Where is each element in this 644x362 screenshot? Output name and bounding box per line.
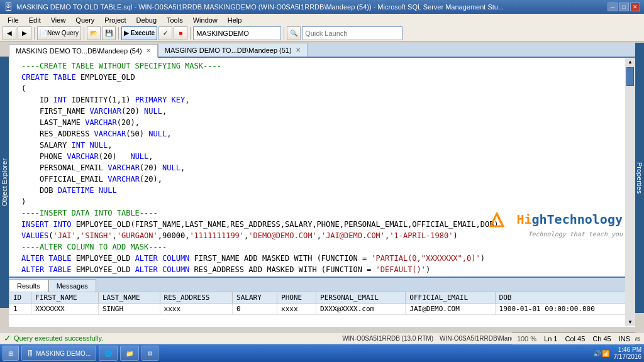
window-title: MASKING DEMO TO OLD TABLE.sql - WIN-O0SA… [16, 3, 608, 11]
new-query-icon: 📄 [40, 30, 47, 36]
search-button[interactable]: 🔍 [287, 26, 301, 40]
code-line-2: CREATE TABLE EMPLOYEE_OLD [13, 72, 631, 83]
cell-personal-email: DXXX@XXXX.com [316, 304, 406, 315]
logo-subtitle: Technology that teach you [487, 229, 623, 239]
title-bar: 🗄 MASKING DEMO TO OLD TABLE.sql - WIN-O0… [0, 0, 644, 14]
menu-edit[interactable]: Edit [24, 15, 46, 25]
gear-icon: ⚙ [147, 350, 153, 357]
toolbar-separator-3 [118, 27, 119, 40]
menu-file[interactable]: File [3, 15, 24, 25]
cell-salary: 0 [233, 304, 277, 315]
code-line-5: FIRST_NAME VARCHAR(20) NULL, [13, 106, 631, 117]
tab-label-1: MASKING DEMO TO...DB\Mandeep (54) [16, 47, 142, 55]
menu-window[interactable]: Window [188, 15, 223, 25]
menu-query[interactable]: Query [70, 15, 99, 25]
code-line-1: ----CREATE TABLE WITHOUT SPECIFYING MASK… [13, 60, 631, 72]
logo-hi: Hi [516, 212, 531, 227]
scroll-up-button[interactable]: ▲ [626, 58, 634, 66]
properties-panel[interactable]: Properties [635, 43, 644, 313]
result-tab-results[interactable]: Results [9, 279, 48, 292]
toolbar-separator-1 [34, 27, 35, 40]
scroll-thumb[interactable] [626, 67, 634, 86]
tab-close-2[interactable]: ✕ [296, 47, 301, 53]
menu-view[interactable]: View [46, 15, 71, 25]
menu-tools[interactable]: Tools [162, 15, 188, 25]
back-button[interactable]: ◀ [3, 26, 16, 40]
menu-project[interactable]: Project [99, 15, 131, 25]
app-icon: 🗄 [4, 2, 13, 12]
parse-button[interactable]: ✓ [158, 26, 172, 40]
maximize-button[interactable]: □ [619, 3, 629, 11]
scroll-down-button[interactable]: ▼ [626, 318, 634, 326]
taskbar-ie[interactable]: 🌐 [99, 346, 118, 361]
forward-button[interactable]: ▶ [18, 26, 31, 40]
object-explorer-panel[interactable]: Object Explorer [0, 57, 9, 308]
cell-last-name: SINGH [98, 304, 160, 315]
menu-bar: File Edit View Query Project Debug Tools… [0, 14, 644, 26]
code-line-10: PERSONAL_EMAIL VARCHAR(20) NULL, [13, 162, 631, 173]
status-message: Query executed successfully. [14, 334, 103, 342]
col-header-phone: PHONE [277, 292, 316, 304]
minimize-button[interactable]: ─ [608, 3, 618, 11]
tab-masking-demo-54[interactable]: MASKING DEMO TO...DB\Mandeep (54) ✕ [9, 44, 158, 58]
results-tab-label: Results [17, 282, 40, 290]
taskbar-explorer[interactable]: 📁 [120, 346, 139, 361]
folder-icon: 📁 [126, 350, 133, 357]
close-button[interactable]: ✕ [630, 3, 640, 11]
table-row: 1 XXXXXXX SINGH xxxx 0 xxxx DXXX@XXXX.co… [9, 304, 635, 315]
col-header-personal-email: PERSONAL_EMAIL [316, 292, 406, 304]
tab-close-1[interactable]: ✕ [146, 47, 151, 54]
cell-dob: 1900-01-01 00:00:00.000 [495, 304, 635, 315]
database-selector[interactable] [193, 26, 281, 40]
cell-phone: xxxx [277, 304, 316, 315]
toolbar: ◀ ▶ 📄 New Query 📂 💾 ▶ Execute ✓ ■ 🔍 [0, 25, 644, 41]
object-explorer-label: Object Explorer [1, 158, 8, 206]
position-bar: 100 % Ln 1 Col 45 Ch 45 INS [512, 332, 635, 344]
code-line-9: PHONE VARCHAR(20) NULL, [13, 151, 631, 162]
code-line-3: ( [13, 83, 631, 94]
code-line-13: ) [13, 196, 631, 207]
ssms-icon: 🗄 [27, 350, 33, 357]
save-button[interactable]: 💾 [102, 26, 116, 40]
results-table: ID FIRST_NAME LAST_NAME RES_ADDRESS SALA… [9, 292, 635, 315]
clock-time: 1:46 PM [614, 346, 642, 353]
sql-editor[interactable]: ----CREATE TABLE WITHOUT SPECIFYING MASK… [9, 58, 635, 277]
code-line-6: LAST_NAME VARCHAR(20), [13, 117, 631, 128]
code-line-19: ALTER TABLE EMPLOYEE_OLD ALTER COLUMN RE… [13, 264, 631, 275]
result-grid: ID FIRST_NAME LAST_NAME RES_ADDRESS SALA… [9, 292, 635, 327]
result-tab-messages[interactable]: Messages [48, 279, 96, 292]
new-query-button[interactable]: 📄 New Query [37, 26, 81, 40]
result-tab-bar: Results Messages [9, 278, 635, 292]
open-button[interactable]: 📂 [87, 26, 101, 40]
status-success-icon: ✓ [4, 333, 11, 343]
col-header-dob: DOB [495, 292, 635, 304]
toolbar-separator-4 [190, 27, 191, 40]
menu-help[interactable]: Help [223, 15, 247, 25]
scrollbar[interactable]: ▲ ▼ [625, 58, 635, 326]
ie-icon: 🌐 [104, 350, 112, 357]
quick-launch-input[interactable] [302, 26, 402, 40]
tab-masging-demo-51[interactable]: MASGING DEMO TO...DB\Mandeep (51) ✕ [158, 43, 308, 57]
properties-label: Properties [636, 162, 643, 194]
main-content: MASKING DEMO TO...DB\Mandeep (54) ✕ MASG… [9, 43, 635, 327]
code-line-18: ALTER TABLE EMPLOYEE_OLD ALTER COLUMN FI… [13, 253, 631, 264]
col-header-res-address: RES_ADDRESS [160, 292, 233, 304]
logo-text: HighTechnology [487, 210, 623, 230]
logo-watermark: HighTechnology Technology that teach you [487, 210, 623, 239]
cell-first-name: XXXXXXX [31, 304, 99, 315]
stop-button[interactable]: ■ [174, 26, 187, 40]
position-col: Col 45 [565, 335, 586, 343]
new-query-label: New Query [47, 30, 79, 36]
start-button[interactable]: ⊞ [3, 346, 19, 361]
menu-debug[interactable]: Debug [131, 15, 162, 25]
window-controls[interactable]: ─ □ ✕ [608, 3, 640, 11]
execute-button[interactable]: ▶ Execute [121, 26, 157, 40]
messages-tab-label: Messages [57, 282, 88, 290]
taskbar: ⊞ 🗄 MASKING DEMO... 🌐 📁 ⚙ 🔊 📶 1:46 PM 7/… [0, 344, 644, 362]
code-line-4: ID INT IDENTITY(1,1) PRIMARY KEY, [13, 94, 631, 106]
tab-label-2: MASGING DEMO TO...DB\Mandeep (51) [165, 47, 292, 54]
taskbar-ssms[interactable]: 🗄 MASKING DEMO... [21, 346, 96, 361]
taskbar-settings[interactable]: ⚙ [142, 346, 158, 361]
tray-icons: 🔊 📶 [593, 350, 610, 357]
cell-official-email: JAI@DEMO.COM [406, 304, 495, 315]
